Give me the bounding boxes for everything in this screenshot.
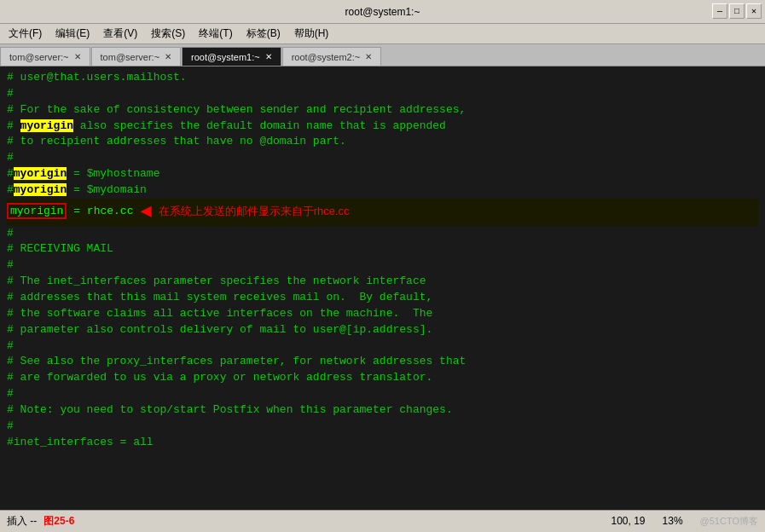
tab-label-root2: root@system2:~ bbox=[292, 52, 361, 62]
status-zoom: 13% bbox=[663, 515, 683, 528]
window-title: root@system1:~ bbox=[345, 6, 420, 18]
highlight-myorigin-2: myorigin bbox=[14, 167, 67, 180]
tab-root1[interactable]: root@system1:~ ✕ bbox=[182, 47, 281, 66]
window-controls[interactable]: — □ ✕ bbox=[712, 3, 762, 19]
line-2: # bbox=[7, 86, 758, 102]
line-22: #inet_interfaces = all bbox=[7, 435, 758, 451]
minimize-button[interactable]: — bbox=[712, 3, 727, 19]
line-9: # bbox=[7, 226, 758, 242]
line-8: #myorigin = $mydomain bbox=[7, 182, 758, 199]
menu-file[interactable]: 文件(F) bbox=[3, 25, 47, 43]
line-17: # See also the proxy_interfaces paramete… bbox=[7, 354, 758, 370]
tab-label-root1: root@system1:~ bbox=[191, 52, 260, 62]
tab-root2[interactable]: root@system2:~ ✕ bbox=[282, 47, 382, 66]
watermark-text: @51CTO博客 bbox=[700, 515, 758, 528]
maximize-button[interactable]: □ bbox=[729, 3, 745, 19]
title-bar: root@system1:~ — □ ✕ bbox=[0, 0, 765, 24]
tab-close-tom1[interactable]: ✕ bbox=[74, 52, 81, 61]
line-16: # bbox=[7, 338, 758, 355]
status-right: 100, 19 13% @51CTO博客 bbox=[611, 515, 758, 528]
tab-tom2[interactable]: tom@server:~ ✕ bbox=[91, 47, 182, 66]
line-3: # For the sake of consistency between se… bbox=[7, 102, 758, 119]
line-7: #myorigin = $myhostname bbox=[7, 166, 758, 182]
tab-label-tom1: tom@server:~ bbox=[9, 52, 69, 62]
tab-tom1[interactable]: tom@server:~ ✕ bbox=[0, 47, 90, 66]
line-4: # myorigin also specifies the default do… bbox=[7, 119, 758, 135]
myorigin-value: = rhce.cc bbox=[67, 205, 133, 217]
status-left: 插入 -- 图25-6 bbox=[7, 514, 74, 529]
menu-view[interactable]: 查看(V) bbox=[98, 25, 142, 43]
line-11: # bbox=[7, 257, 758, 274]
tab-label-tom2: tom@server:~ bbox=[101, 52, 160, 62]
myorigin-boxed: myorigin bbox=[7, 203, 67, 219]
line-20: # Note: you need to stop/start Postfix w… bbox=[7, 402, 758, 419]
menu-search[interactable]: 搜索(S) bbox=[146, 25, 190, 43]
status-figure-label: 图25-6 bbox=[43, 514, 74, 529]
status-position: 100, 19 bbox=[611, 515, 645, 528]
menu-tabs[interactable]: 标签(B) bbox=[241, 25, 286, 43]
line-12: # The inet_interfaces parameter specifie… bbox=[7, 274, 758, 290]
line-6: # bbox=[7, 150, 758, 166]
line-18: # are forwarded to us via a proxy or net… bbox=[7, 370, 758, 386]
red-arrow-icon: ◀ bbox=[140, 199, 151, 226]
terminal-content[interactable]: # user@that.users.mailhost. # # For the … bbox=[0, 66, 765, 510]
menu-terminal[interactable]: 终端(T) bbox=[194, 25, 237, 43]
tab-bar: tom@server:~ ✕ tom@server:~ ✕ root@syste… bbox=[0, 44, 765, 66]
line-10: # RECEIVING MAIL bbox=[7, 241, 758, 257]
line-15: # parameter also controls delivery of ma… bbox=[7, 322, 758, 338]
tab-close-tom2[interactable]: ✕ bbox=[165, 52, 171, 61]
line-21: # bbox=[7, 419, 758, 435]
status-bar: 插入 -- 图25-6 100, 19 13% @51CTO博客 bbox=[0, 510, 765, 532]
line-13: # addresses that this mail system receiv… bbox=[7, 290, 758, 306]
menu-edit[interactable]: 编辑(E) bbox=[50, 25, 95, 43]
line-5: # to recipient addresses that have no @d… bbox=[7, 134, 758, 150]
line-14: # the software claims all active interfa… bbox=[7, 306, 758, 322]
highlight-myorigin-3: myorigin bbox=[14, 183, 67, 196]
line-19: # bbox=[7, 386, 758, 402]
annotation-line: myorigin = rhce.cc ◀ 在系统上发送的邮件显示来自于rhce.… bbox=[7, 199, 758, 226]
tab-close-root2[interactable]: ✕ bbox=[365, 52, 372, 61]
menu-bar: 文件(F) 编辑(E) 查看(V) 搜索(S) 终端(T) 标签(B) 帮助(H… bbox=[0, 24, 765, 44]
annotation-text: 在系统上发送的邮件显示来自于rhce.cc bbox=[159, 204, 350, 220]
line-1: # user@that.users.mailhost. bbox=[7, 70, 758, 86]
highlight-myorigin-1: myorigin bbox=[20, 119, 73, 132]
close-button[interactable]: ✕ bbox=[746, 3, 762, 19]
menu-help[interactable]: 帮助(H) bbox=[289, 25, 334, 43]
status-insert-label: 插入 -- bbox=[7, 514, 37, 529]
tab-close-root1[interactable]: ✕ bbox=[265, 52, 272, 61]
